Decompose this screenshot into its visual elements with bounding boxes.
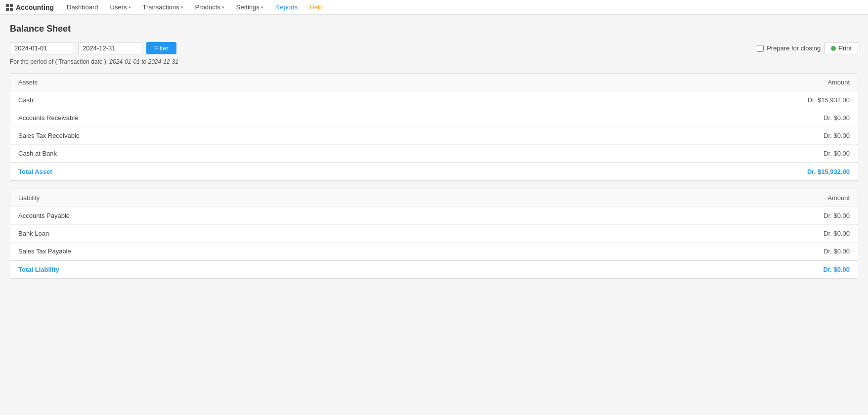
users-chevron-icon: ▾: [129, 5, 131, 10]
start-date-input[interactable]: [10, 42, 74, 54]
accounts-receivable-label: Accounts Receivable: [18, 114, 78, 122]
sales-tax-receivable-row: Sales Tax Receivable Dr. $0.00: [10, 127, 858, 145]
transactions-chevron-icon: ▾: [181, 5, 183, 10]
sales-tax-receivable-label: Sales Tax Receivable: [18, 132, 80, 139]
nav-help[interactable]: Help: [304, 1, 328, 13]
total-liability-row: Total Liability Dr. $0.00: [10, 260, 858, 278]
nav-settings[interactable]: Settings ▾: [231, 1, 268, 13]
total-asset-amount: Dr. $15,932.00: [807, 168, 850, 175]
sales-tax-payable-label: Sales Tax Payable: [18, 248, 71, 255]
total-liability-amount: Dr. $0.00: [824, 266, 850, 273]
bank-loan-label: Bank Loan: [18, 230, 49, 237]
filter-button[interactable]: Filter: [146, 42, 176, 54]
accounts-payable-label: Accounts Payable: [18, 212, 70, 219]
liability-section: Liability Amount Accounts Payable Dr. $0…: [10, 189, 858, 279]
products-chevron-icon: ▾: [222, 5, 224, 10]
cash-label: Cash: [18, 96, 33, 104]
page-title: Balance Sheet: [10, 24, 858, 34]
settings-chevron-icon: ▾: [261, 5, 263, 10]
print-button[interactable]: Print: [825, 42, 858, 54]
nav-users[interactable]: Users ▾: [105, 1, 136, 13]
accounts-payable-amount: Dr. $0.00: [824, 212, 850, 219]
print-icon: [831, 46, 836, 51]
liability-header: Liability Amount: [10, 189, 858, 207]
brand[interactable]: Accounting: [6, 3, 54, 11]
grid-icon: [6, 4, 13, 11]
period-text: For the period of ( Transaction date ): …: [10, 58, 858, 65]
nav-transactions[interactable]: Transactions ▾: [138, 1, 188, 13]
sales-tax-receivable-amount: Dr. $0.00: [824, 132, 850, 139]
cash-amount: Dr. $15,932.00: [808, 96, 850, 104]
bank-loan-row: Bank Loan Dr. $0.00: [10, 225, 858, 243]
page-content: Balance Sheet Filter Prepare for closing…: [0, 15, 868, 295]
cash-at-bank-amount: Dr. $0.00: [824, 150, 850, 157]
cash-row: Cash Dr. $15,932.00: [10, 91, 858, 109]
nav-products[interactable]: Products ▾: [190, 1, 229, 13]
bank-loan-amount: Dr. $0.00: [824, 230, 850, 237]
total-liability-label: Total Liability: [18, 266, 59, 273]
assets-header: Assets Amount: [10, 74, 858, 91]
prepare-closing-checkbox[interactable]: [757, 45, 764, 52]
cash-at-bank-label: Cash at Bank: [18, 150, 57, 157]
sales-tax-payable-amount: Dr. $0.00: [824, 248, 850, 255]
assets-amount-header: Amount: [827, 79, 850, 86]
assets-section: Assets Amount Cash Dr. $15,932.00 Accoun…: [10, 73, 858, 181]
accounts-receivable-row: Accounts Receivable Dr. $0.00: [10, 109, 858, 127]
nav-reports[interactable]: Reports: [270, 1, 303, 13]
total-asset-label: Total Asset: [18, 168, 52, 175]
brand-label: Accounting: [16, 3, 54, 11]
accounts-receivable-amount: Dr. $0.00: [824, 114, 850, 122]
nav-dashboard[interactable]: Dashboard: [62, 1, 103, 13]
cash-at-bank-row: Cash at Bank Dr. $0.00: [10, 145, 858, 163]
total-asset-row: Total Asset Dr. $15,932.00: [10, 163, 858, 180]
prepare-closing-label[interactable]: Prepare for closing: [757, 44, 821, 52]
navbar: Accounting Dashboard Users ▾ Transaction…: [0, 0, 868, 15]
end-date-input[interactable]: [78, 42, 142, 54]
liability-amount-header: Amount: [827, 194, 850, 202]
sales-tax-payable-row: Sales Tax Payable Dr. $0.00: [10, 243, 858, 260]
assets-label: Assets: [18, 79, 38, 86]
accounts-payable-row: Accounts Payable Dr. $0.00: [10, 207, 858, 225]
liability-label: Liability: [18, 194, 40, 202]
filter-bar: Filter Prepare for closing Print: [10, 42, 858, 54]
